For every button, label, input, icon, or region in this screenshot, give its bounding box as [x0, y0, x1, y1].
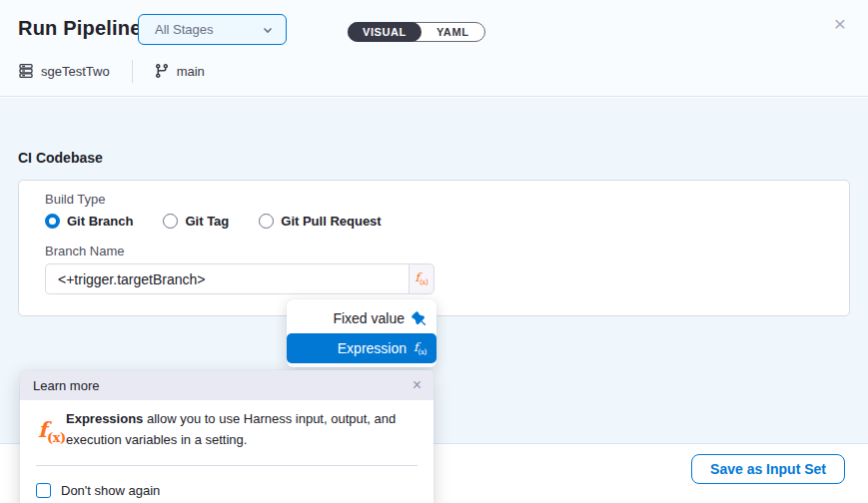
- close-icon[interactable]: ×: [828, 12, 852, 36]
- learn-more-popover: Learn more × f(x) Expressions allow you …: [20, 370, 434, 503]
- ci-codebase-heading: CI Codebase: [18, 150, 103, 166]
- branch-name-field: f(x): [45, 263, 434, 294]
- modal-header: Run Pipeline All Stages VISUAL YAML × sg…: [0, 0, 868, 97]
- page-title: Run Pipeline: [18, 17, 142, 40]
- stage-selector-value: All Stages: [155, 22, 214, 37]
- tab-visual[interactable]: VISUAL: [348, 22, 422, 42]
- fx-icon: f(x): [38, 419, 66, 444]
- value-type-menu: Fixed value Expression f(x): [287, 299, 436, 367]
- radio-git-pull-request[interactable]: Git Pull Request: [259, 214, 381, 229]
- git-branch-icon: [154, 63, 170, 79]
- pipeline-context: sgeTestTwo main: [18, 58, 205, 84]
- save-as-input-set-button[interactable]: Save as Input Set: [691, 454, 845, 484]
- divider: [36, 465, 418, 466]
- radio-icon: [45, 214, 60, 229]
- branch-name-input[interactable]: [45, 263, 409, 294]
- checkbox-label: Don't show again: [61, 483, 160, 498]
- dont-show-again-row: Don't show again: [36, 483, 160, 498]
- radio-label: Git Pull Request: [281, 214, 381, 229]
- dont-show-again-checkbox[interactable]: [36, 483, 51, 498]
- fx-icon: f(x): [416, 271, 429, 285]
- branch-name-label: Branch Name: [45, 244, 124, 258]
- branch-name: main: [177, 64, 205, 79]
- stage-selector[interactable]: All Stages: [138, 14, 287, 45]
- tab-yaml[interactable]: YAML: [422, 23, 484, 41]
- repository-icon: [18, 63, 34, 79]
- repo-name: sgeTestTwo: [41, 64, 110, 79]
- radio-git-tag[interactable]: Git Tag: [163, 214, 229, 229]
- popover-header: Learn more ×: [20, 370, 434, 400]
- build-type-radio-group: Git Branch Git Tag Git Pull Request: [45, 214, 382, 229]
- popover-title: Learn more: [33, 378, 99, 393]
- expressions-bold: Expressions: [66, 411, 143, 426]
- close-icon[interactable]: ×: [413, 377, 422, 393]
- popover-description: Expressions allow you to use Harness inp…: [66, 409, 420, 451]
- radio-icon: [259, 214, 274, 229]
- radio-label: Git Branch: [67, 214, 133, 229]
- codebase-card: Build Type Git Branch Git Tag Git Pull R…: [18, 180, 850, 316]
- fx-icon: f(x): [414, 341, 427, 355]
- build-type-label: Build Type: [45, 192, 105, 207]
- radio-label: Git Tag: [185, 214, 229, 229]
- menu-item-fixed-value[interactable]: Fixed value: [287, 303, 436, 333]
- chevron-down-icon: [262, 24, 274, 36]
- divider: [132, 60, 133, 83]
- pin-icon: [412, 311, 427, 326]
- visual-yaml-toggle: VISUAL YAML: [348, 22, 485, 42]
- radio-git-branch[interactable]: Git Branch: [45, 214, 133, 229]
- value-type-fx-button[interactable]: f(x): [409, 263, 434, 294]
- menu-item-label: Fixed value: [333, 310, 405, 326]
- menu-item-expression[interactable]: Expression f(x): [287, 333, 436, 363]
- run-pipeline-modal: Run Pipeline All Stages VISUAL YAML × sg…: [0, 0, 868, 503]
- menu-item-label: Expression: [338, 340, 407, 356]
- radio-icon: [163, 214, 178, 229]
